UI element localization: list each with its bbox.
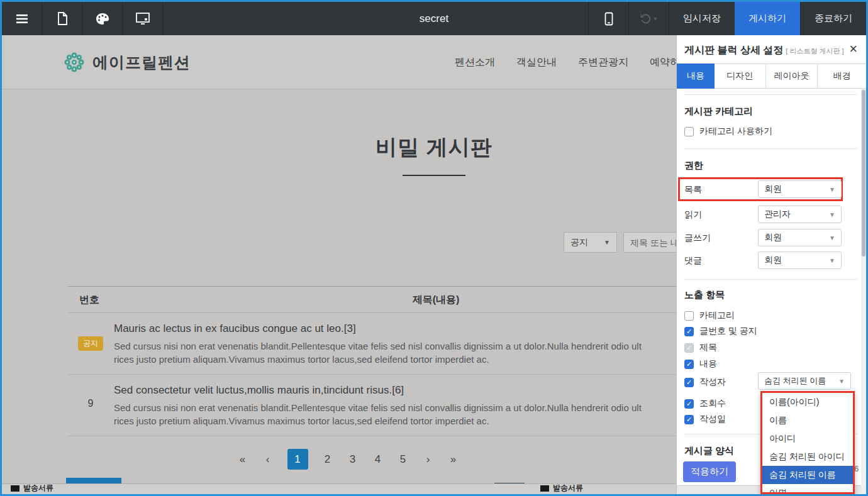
perm-select-list[interactable]: 회원▼ bbox=[758, 180, 842, 198]
pagination: « ‹ 1 2 3 4 5 › » bbox=[2, 449, 694, 470]
panel-header: 게시판 블럭 상세 설정[ 리스트형 게시판 ] × bbox=[677, 35, 866, 63]
category-section-heading: 게시판 카테고리 bbox=[684, 106, 753, 118]
tab-background[interactable]: 배경 bbox=[818, 63, 866, 89]
notice-badge: 공지 bbox=[78, 336, 103, 351]
tab-content[interactable]: 내용 bbox=[677, 63, 715, 89]
expose-date-checkbox[interactable]: ✓ 작성일 bbox=[684, 414, 726, 425]
desktop-preview-button[interactable] bbox=[123, 2, 163, 35]
dropdown-option[interactable]: 익명 bbox=[762, 484, 853, 494]
author-display-select[interactable]: 숨김 처리된 이름▼ bbox=[758, 372, 851, 390]
panel-tabs: 내용 디자인 레이아웃 배경 bbox=[677, 63, 866, 89]
checkbox-disabled-icon: ✓ bbox=[684, 343, 694, 353]
editor-window: secret ▼ 임시저장 게시하기 종료하기 bbox=[0, 0, 868, 496]
perm-label-read: 읽기 bbox=[684, 209, 702, 221]
scrollbar-thumb[interactable] bbox=[862, 90, 865, 256]
checkbox-checked-icon[interactable]: ✓ bbox=[684, 378, 694, 387]
mobile-preview-button[interactable] bbox=[588, 2, 628, 35]
partial-doc-item: 발송서류 bbox=[540, 483, 583, 493]
page-button[interactable] bbox=[42, 2, 82, 35]
checkbox-unchecked-icon[interactable] bbox=[684, 127, 694, 136]
apply-button[interactable]: 적용하기 bbox=[683, 461, 736, 482]
permission-section-heading: 권한 bbox=[684, 160, 703, 172]
undo-caret-icon: ▼ bbox=[653, 16, 659, 22]
chevron-down-icon: ▼ bbox=[838, 378, 845, 385]
menu-button[interactable] bbox=[2, 2, 42, 35]
dropdown-option[interactable]: 이름(아이디) bbox=[762, 393, 853, 411]
brand-name: 에이프릴펜션 bbox=[92, 52, 191, 73]
dropdown-option[interactable]: 숨김 처리된 아이디 bbox=[762, 448, 853, 466]
doc-square-icon bbox=[540, 485, 549, 492]
dropdown-option[interactable]: 이름 bbox=[762, 411, 853, 429]
checkbox-checked-icon[interactable]: ✓ bbox=[684, 327, 694, 336]
top-toolbar: secret ▼ 임시저장 게시하기 종료하기 bbox=[2, 2, 866, 35]
nav-item-attractions[interactable]: 주변관광지 bbox=[578, 56, 628, 69]
site-logo[interactable]: 에이프릴펜션 bbox=[62, 50, 191, 74]
notice-filter-value: 공지 bbox=[570, 237, 588, 248]
expose-number-checkbox[interactable]: ✓ 글번호 및 공지 bbox=[684, 326, 757, 337]
perm-select-read[interactable]: 관리자▼ bbox=[758, 206, 842, 223]
perm-select-write[interactable]: 회원▼ bbox=[758, 229, 842, 246]
exit-button[interactable]: 종료하기 bbox=[800, 2, 866, 35]
mobile-icon bbox=[604, 12, 613, 26]
tab-design[interactable]: 디자인 bbox=[715, 63, 766, 89]
monitor-icon bbox=[135, 12, 150, 26]
doc-square-icon bbox=[11, 485, 19, 492]
checkbox-checked-icon[interactable]: ✓ bbox=[684, 415, 694, 424]
pagination-page-4[interactable]: 4 bbox=[372, 453, 384, 466]
board-settings-panel: 게시판 블럭 상세 설정[ 리스트형 게시판 ] × 내용 디자인 레이아웃 배… bbox=[676, 35, 866, 494]
pagination-next[interactable]: 5 bbox=[398, 453, 409, 466]
chevron-down-icon: ▼ bbox=[829, 257, 835, 264]
palette-icon bbox=[96, 13, 109, 25]
expose-content-checkbox[interactable]: ✓ 내용 bbox=[684, 358, 717, 370]
nav-item-pension-intro[interactable]: 펜션소개 bbox=[455, 56, 495, 69]
dropdown-option-selected[interactable]: 숨김 처리된 이름 bbox=[762, 466, 853, 484]
board-title-underline bbox=[403, 175, 465, 176]
dropdown-option[interactable]: 아이디 bbox=[762, 429, 853, 448]
chevron-down-icon: ▼ bbox=[829, 186, 835, 193]
flower-logo-icon bbox=[62, 50, 86, 74]
pagination-page-3[interactable]: 3 bbox=[347, 453, 359, 466]
post-form-heading: 게시글 양식 bbox=[684, 445, 734, 457]
pagination-page-2[interactable]: 2 bbox=[322, 453, 333, 466]
divider bbox=[684, 279, 857, 280]
panel-scrollbar[interactable] bbox=[861, 89, 866, 494]
post-body: Sed cursus nisi non erat venenatis bland… bbox=[114, 401, 642, 427]
expose-title-checkbox: ✓ 제목 bbox=[684, 342, 717, 353]
close-icon[interactable]: × bbox=[849, 41, 857, 57]
post-title[interactable]: Sed consectetur velit luctus,mollis maur… bbox=[114, 384, 404, 397]
post-title[interactable]: Mauris ac lectus in ex faucibus congue a… bbox=[114, 322, 356, 335]
perm-select-comment[interactable]: 회원▼ bbox=[758, 251, 842, 269]
site-nav: 펜션소개 객실안내 주변관광지 예약하기 bbox=[455, 35, 690, 89]
post-number: 9 bbox=[68, 398, 113, 409]
expose-section-heading: 노출 항목 bbox=[684, 289, 725, 301]
checkbox-unchecked-icon[interactable] bbox=[684, 311, 694, 321]
pagination-last[interactable]: » bbox=[448, 453, 459, 466]
toolbar-right-group: ▼ 임시저장 게시하기 종료하기 bbox=[588, 2, 866, 35]
temp-save-button[interactable]: 임시저장 bbox=[669, 2, 735, 35]
undo-button[interactable]: ▼ bbox=[628, 2, 669, 35]
expose-category-checkbox[interactable]: 카테고리 bbox=[684, 310, 735, 321]
notice-filter-select[interactable]: 공지 ▼ bbox=[564, 232, 617, 253]
checkbox-checked-icon[interactable]: ✓ bbox=[684, 399, 694, 409]
perm-label-comment: 댓글 bbox=[684, 255, 702, 267]
pagination-first[interactable]: « bbox=[237, 453, 248, 466]
partial-doc-item: 발송서류 bbox=[11, 483, 53, 493]
pagination-page-1[interactable]: 1 bbox=[287, 449, 308, 470]
publish-button[interactable]: 게시하기 bbox=[735, 2, 800, 35]
design-button[interactable] bbox=[82, 2, 123, 35]
chevron-down-icon: ▼ bbox=[604, 239, 610, 246]
nav-item-rooms[interactable]: 객실안내 bbox=[516, 56, 557, 69]
divider bbox=[684, 94, 857, 95]
chevron-down-icon: ▼ bbox=[829, 211, 835, 218]
expose-author-checkbox[interactable]: ✓ 작성자 bbox=[684, 377, 726, 388]
checkbox-checked-icon[interactable]: ✓ bbox=[684, 360, 694, 369]
use-category-checkbox[interactable]: 카테고리 사용하기 bbox=[684, 126, 772, 137]
hamburger-icon bbox=[15, 13, 29, 25]
pagination-prev[interactable]: ‹ bbox=[262, 453, 274, 466]
annotation-red-box: 목록 회원▼ bbox=[678, 177, 843, 201]
author-display-dropdown: 이름(아이디) 이름 아이디 숨김 처리된 아이디 숨김 처리된 이름 익명 bbox=[760, 391, 855, 494]
pagination-next[interactable]: › bbox=[423, 453, 434, 466]
divider bbox=[684, 148, 857, 149]
tab-layout[interactable]: 레이아웃 bbox=[766, 63, 818, 89]
expose-views-checkbox[interactable]: ✓ 조회수 bbox=[684, 398, 726, 409]
